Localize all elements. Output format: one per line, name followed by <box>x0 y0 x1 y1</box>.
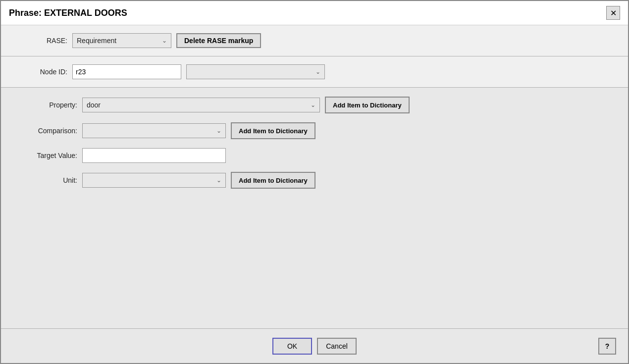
node-id-label: Node ID: <box>13 68 67 76</box>
target-value-input[interactable] <box>82 148 226 163</box>
dialog-title: Phrase: EXTERNAL DOORS <box>9 8 127 18</box>
property-label: Property: <box>13 101 77 109</box>
unit-chevron-icon: ⌄ <box>216 177 221 184</box>
node-id-input[interactable] <box>72 64 181 79</box>
node-dropdown[interactable]: ⌄ <box>186 64 325 79</box>
rase-label: RASE: <box>13 37 67 45</box>
unit-row: Unit: ⌄ Add Item to Dictionary <box>13 172 616 189</box>
property-chevron-icon: ⌄ <box>311 102 315 108</box>
rase-section: RASE: Requirement ⌄ Delete RASE markup <box>1 25 628 56</box>
dialog-body: RASE: Requirement ⌄ Delete RASE markup N… <box>1 25 628 363</box>
unit-dropdown[interactable]: ⌄ <box>82 173 226 188</box>
footer: OK Cancel ? <box>1 328 628 363</box>
node-chevron-icon: ⌄ <box>315 68 320 75</box>
cancel-button[interactable]: Cancel <box>317 338 357 355</box>
comparison-row: Comparison: ⌄ Add Item to Dictionary <box>13 122 616 139</box>
node-id-section: Node ID: ⌄ <box>1 56 628 88</box>
comparison-label: Comparison: <box>13 127 77 135</box>
fields-section: Property: door ⌄ Add Item to Dictionary … <box>1 88 628 328</box>
property-value: door <box>87 101 311 109</box>
add-unit-dict-button[interactable]: Add Item to Dictionary <box>231 172 315 189</box>
ok-button[interactable]: OK <box>272 338 312 355</box>
target-value-label: Target Value: <box>13 152 77 159</box>
target-value-row: Target Value: <box>13 148 616 163</box>
comparison-dropdown[interactable]: ⌄ <box>82 123 226 138</box>
close-button[interactable]: ✕ <box>606 6 620 20</box>
title-bar: Phrase: EXTERNAL DOORS ✕ <box>1 1 628 25</box>
unit-label: Unit: <box>13 176 77 184</box>
comparison-chevron-icon: ⌄ <box>216 127 221 134</box>
help-button[interactable]: ? <box>598 338 616 355</box>
rase-value: Requirement <box>77 37 162 45</box>
add-property-dict-button[interactable]: Add Item to Dictionary <box>325 97 410 113</box>
property-dropdown[interactable]: door ⌄ <box>82 98 320 112</box>
delete-rase-button[interactable]: Delete RASE markup <box>176 33 261 48</box>
footer-buttons: OK Cancel <box>31 338 598 355</box>
phrase-dialog: Phrase: EXTERNAL DOORS ✕ RASE: Requireme… <box>0 0 629 364</box>
rase-dropdown[interactable]: Requirement ⌄ <box>72 33 171 48</box>
rase-chevron-icon: ⌄ <box>162 37 167 44</box>
property-row: Property: door ⌄ Add Item to Dictionary <box>13 97 616 113</box>
add-comparison-dict-button[interactable]: Add Item to Dictionary <box>231 122 315 139</box>
